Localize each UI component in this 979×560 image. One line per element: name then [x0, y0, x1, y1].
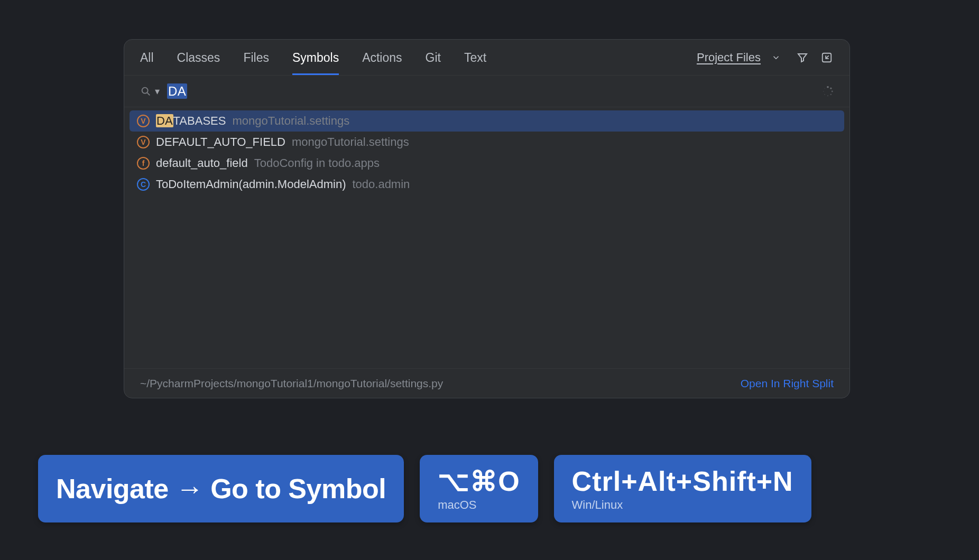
- field-icon: f: [137, 157, 150, 170]
- search-everywhere-popup: AllClassesFilesSymbolsActionsGitText Pro…: [124, 39, 850, 398]
- loading-spinner-icon: [822, 86, 834, 97]
- search-icon: [140, 86, 152, 97]
- svg-point-6: [827, 95, 828, 96]
- tab-all[interactable]: All: [140, 40, 154, 75]
- result-item[interactable]: fdefault_auto_field TodoConfig in todo.a…: [130, 153, 844, 174]
- macos-shortcut-pill: ⌥⌘O macOS: [420, 455, 538, 522]
- result-item[interactable]: CToDoItemAdmin(admin.ModelAdmin) todo.ad…: [130, 174, 844, 195]
- popup-footer: ~/PycharmProjects/mongoTutorial1/mongoTu…: [124, 368, 849, 398]
- tab-symbols[interactable]: Symbols: [292, 40, 339, 75]
- macos-shortcut-keys: ⌥⌘O: [438, 465, 520, 497]
- chevron-down-icon[interactable]: [771, 51, 785, 64]
- svg-point-9: [824, 88, 825, 89]
- result-location: TodoConfig in todo.apps: [254, 156, 380, 170]
- tab-files[interactable]: Files: [243, 40, 269, 75]
- result-location: mongoTutorial.settings: [292, 135, 409, 149]
- variable-icon: V: [137, 136, 150, 148]
- search-caret-icon: ▾: [155, 86, 160, 97]
- variable-icon: V: [137, 115, 150, 127]
- svg-point-1: [142, 87, 148, 93]
- scope-selector[interactable]: Project Files: [697, 51, 761, 64]
- svg-point-3: [830, 87, 832, 89]
- search-input[interactable]: DA: [167, 84, 815, 99]
- tab-text[interactable]: Text: [464, 40, 486, 75]
- svg-point-7: [824, 94, 825, 95]
- result-name: DATABASES: [156, 114, 226, 128]
- result-item[interactable]: VDEFAULT_AUTO_FIELD mongoTutorial.settin…: [130, 132, 844, 153]
- tab-actions[interactable]: Actions: [362, 40, 402, 75]
- shortcut-pills: Navigate → Go to Symbol ⌥⌘O macOS Ctrl+A…: [38, 455, 811, 522]
- tab-git[interactable]: Git: [426, 40, 441, 75]
- result-item[interactable]: VDATABASES mongoTutorial.settings: [130, 110, 844, 132]
- tab-classes[interactable]: Classes: [177, 40, 220, 75]
- menu-path-text: Navigate → Go to Symbol: [56, 473, 386, 505]
- macos-label: macOS: [438, 498, 520, 512]
- win-shortcut-keys: Ctrl+Alt+Shift+N: [572, 465, 793, 497]
- search-row: ▾ DA: [124, 76, 849, 107]
- result-name: DEFAULT_AUTO_FIELD: [156, 135, 285, 149]
- result-name: default_auto_field: [156, 156, 248, 170]
- open-in-tool-window-icon[interactable]: [820, 51, 834, 64]
- svg-point-2: [827, 86, 829, 88]
- result-location: todo.admin: [352, 178, 410, 191]
- result-file-path: ~/PycharmProjects/mongoTutorial1/mongoTu…: [140, 377, 443, 390]
- result-name: ToDoItemAdmin(admin.ModelAdmin): [156, 178, 346, 191]
- class-icon: C: [137, 178, 150, 191]
- win-label: Win/Linux: [572, 498, 793, 512]
- open-in-right-split-link[interactable]: Open In Right Split: [741, 377, 834, 390]
- result-location: mongoTutorial.settings: [232, 114, 349, 128]
- tabs-row: AllClassesFilesSymbolsActionsGitText Pro…: [124, 40, 849, 76]
- menu-path-pill: Navigate → Go to Symbol: [38, 455, 404, 522]
- svg-point-5: [830, 94, 832, 95]
- svg-point-4: [832, 90, 833, 92]
- win-shortcut-pill: Ctrl+Alt+Shift+N Win/Linux: [554, 455, 811, 522]
- svg-point-8: [823, 91, 824, 92]
- filter-icon[interactable]: [796, 51, 809, 64]
- results-list: VDATABASES mongoTutorial.settingsVDEFAUL…: [124, 107, 849, 368]
